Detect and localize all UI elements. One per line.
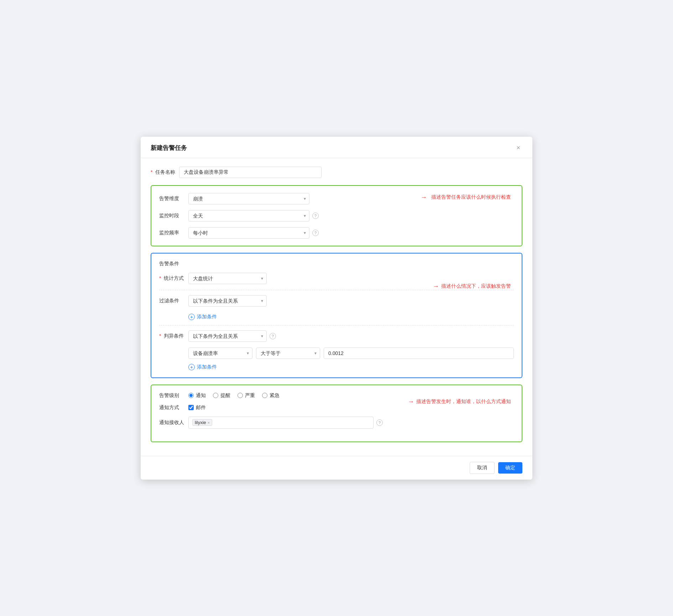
period-help-icon[interactable]: ? — [312, 213, 319, 219]
recipient-input[interactable]: lilyxie × — [188, 417, 374, 429]
close-button[interactable]: × — [514, 144, 522, 152]
required-star: * — [151, 169, 152, 175]
filter-select-wrapper: 以下条件为全且关系 ▾ — [188, 295, 267, 307]
dimension-row: 告警维度 崩溃 ▾ — [159, 193, 514, 204]
confirm-button[interactable]: 确定 — [498, 462, 522, 474]
filter-select[interactable]: 以下条件为全且关系 — [188, 295, 267, 307]
radio-remind[interactable]: 提醒 — [213, 392, 230, 399]
plus-circle-icon: + — [188, 314, 195, 320]
judgment-select-wrapper: 以下条件为全且关系 ▾ — [188, 330, 267, 342]
add-filter-area: + 添加条件 — [188, 312, 514, 320]
plus-circle-icon2: + — [188, 364, 195, 370]
alert-level-radio-group: 通知 提醒 严重 紧急 — [188, 392, 280, 399]
dialog-body: * 任务名称 → 描述告警任务应该什么时候执行检查 告警维度 崩溃 ▾ — [141, 158, 532, 456]
radio-serious-input[interactable] — [238, 393, 243, 398]
judgment-select[interactable]: 以下条件为全且关系 — [188, 330, 267, 342]
stats-method-select-wrapper: 大盘统计 ▾ — [188, 273, 267, 284]
arrow-icon: → — [408, 398, 414, 406]
add-judgment-condition-button[interactable]: + 添加条件 — [188, 364, 217, 370]
add-judgment-area: + 添加条件 — [188, 362, 514, 370]
period-select[interactable]: 全天 — [188, 210, 309, 221]
dialog-footer: 取消 确定 — [141, 456, 532, 480]
dialog-title: 新建告警任务 — [151, 144, 187, 152]
task-name-input[interactable] — [179, 167, 322, 178]
frequency-select-wrapper: 每小时 ▾ — [188, 227, 309, 239]
divider2 — [159, 325, 514, 325]
operator-select-wrapper: 大于等于 ▾ — [256, 348, 320, 359]
frequency-help-icon[interactable]: ? — [312, 230, 319, 236]
stats-method-label: * 统计方式 — [159, 275, 185, 282]
notify-method-label: 通知方式 — [159, 404, 185, 411]
checkbox-email-input[interactable] — [188, 405, 194, 410]
task-name-label: * 任务名称 — [151, 169, 176, 176]
required-star: * — [159, 275, 161, 281]
condition-annotation: → 描述什么情况下，应该触发告警 — [433, 283, 511, 290]
monitoring-section: → 描述告警任务应该什么时候执行检查 告警维度 崩溃 ▾ 监控时段 全天 — [151, 185, 522, 246]
alert-annotation-text: 描述告警发生时，通知谁，以什么方式通知 — [416, 398, 511, 405]
frequency-select[interactable]: 每小时 — [188, 227, 309, 239]
alert-annotation: → 描述告警发生时，通知谁，以什么方式通知 — [408, 398, 511, 406]
dimension-select-wrapper: 崩溃 ▾ — [188, 193, 309, 204]
filter-condition-row: 过滤条件 以下条件为全且关系 ▾ — [159, 295, 514, 307]
judgment-help-icon[interactable]: ? — [270, 333, 276, 339]
task-name-row: * 任务名称 — [151, 167, 522, 178]
dialog-header: 新建告警任务 × — [141, 137, 532, 158]
radio-urgent[interactable]: 紧急 — [262, 392, 280, 399]
frequency-label: 监控频率 — [159, 230, 185, 236]
condition-section-title: 告警条件 — [159, 261, 514, 267]
period-select-wrapper: 全天 ▾ — [188, 210, 309, 221]
radio-serious[interactable]: 严重 — [238, 392, 255, 399]
period-row: 监控时段 全天 ▾ ? — [159, 210, 514, 221]
recipient-help-icon[interactable]: ? — [376, 419, 383, 426]
checkbox-email[interactable]: 邮件 — [188, 404, 206, 411]
recipient-tag: lilyxie × — [192, 419, 212, 426]
alert-section: → 描述告警发生时，通知谁，以什么方式通知 告警级别 通知 提醒 — [151, 385, 522, 442]
recipient-label: 通知接收人 — [159, 419, 185, 426]
radio-notify-input[interactable] — [188, 393, 194, 398]
arrow-icon: → — [433, 283, 439, 290]
alert-level-label: 告警级别 — [159, 392, 185, 399]
condition-section: 告警条件 → 描述什么情况下，应该触发告警 * 统计方式 大盘统计 ▾ — [151, 253, 522, 378]
radio-notify[interactable]: 通知 — [188, 392, 206, 399]
stats-method-select[interactable]: 大盘统计 — [188, 273, 267, 284]
dialog: 新建告警任务 × * 任务名称 → 描述告警任务应该什么时候执行检查 告警维度 — [141, 137, 532, 480]
threshold-input[interactable] — [324, 348, 514, 359]
recipient-row: 通知接收人 lilyxie × ? — [159, 417, 514, 429]
dimension-select[interactable]: 崩溃 — [188, 193, 309, 204]
radio-remind-input[interactable] — [213, 393, 218, 398]
judgment-label: * 判异条件 — [159, 333, 185, 339]
judgment-condition-row: * 判异条件 以下条件为全且关系 ▾ ? — [159, 330, 514, 342]
frequency-row: 监控频率 每小时 ▾ ? — [159, 227, 514, 239]
required-star: * — [159, 333, 161, 339]
add-filter-condition-button[interactable]: + 添加条件 — [188, 314, 217, 320]
operator-select[interactable]: 大于等于 — [256, 348, 320, 359]
dimension-label: 告警维度 — [159, 195, 185, 202]
metric-select-wrapper: 设备崩溃率 ▾ — [188, 348, 252, 359]
judgment-metric-row: 设备崩溃率 ▾ 大于等于 ▾ — [188, 348, 514, 359]
filter-label: 过滤条件 — [159, 298, 185, 304]
metric-select[interactable]: 设备崩溃率 — [188, 348, 252, 359]
period-label: 监控时段 — [159, 213, 185, 219]
tag-close-icon[interactable]: × — [208, 421, 210, 425]
radio-urgent-input[interactable] — [262, 393, 267, 398]
condition-annotation-text: 描述什么情况下，应该触发告警 — [441, 283, 511, 289]
cancel-button[interactable]: 取消 — [470, 462, 495, 474]
